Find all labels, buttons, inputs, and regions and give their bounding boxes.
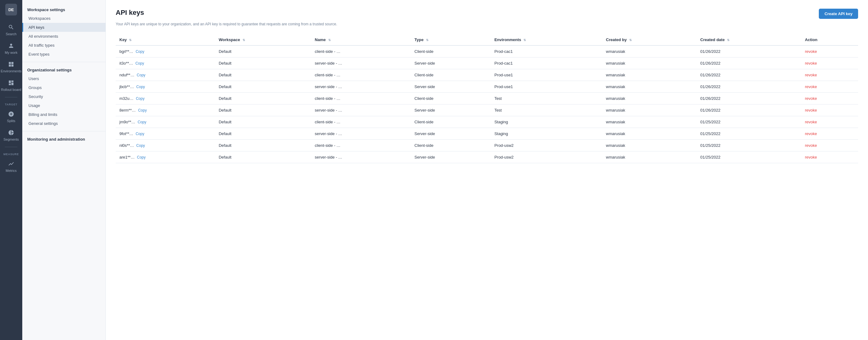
sort-icon-key[interactable]: ⇅: [129, 38, 131, 42]
table-row: jbcb**… Copy Default server-side - … Ser…: [116, 81, 858, 93]
table-body: bgrl**… Copy Default client-side - … Cli…: [116, 45, 858, 163]
sidebar-item-general-settings[interactable]: General settings: [22, 119, 105, 128]
cell-key-3: jbcb**… Copy: [116, 81, 215, 93]
copy-key-6[interactable]: Copy: [138, 120, 146, 124]
nav-label-search: Search: [6, 32, 17, 36]
cell-workspace-5: Default: [215, 104, 311, 116]
cell-key-6: jm9o**… Copy: [116, 116, 215, 128]
nav-item-my-work[interactable]: My work: [0, 39, 22, 58]
cell-created-by-2: wmarusiak: [602, 69, 696, 81]
table-row: bgrl**… Copy Default client-side - … Cli…: [116, 45, 858, 58]
cell-environments-4: Test: [491, 93, 602, 104]
sort-icon-created-date[interactable]: ⇅: [727, 38, 730, 42]
revoke-key-3[interactable]: revoke: [805, 84, 817, 89]
table-header: Key ⇅ Workspace ⇅ Name ⇅ Type ⇅ Environm…: [116, 34, 858, 45]
nav-item-splits[interactable]: Splits: [0, 107, 22, 126]
sort-icon-name[interactable]: ⇅: [328, 38, 331, 42]
cell-key-4: m32u… Copy: [116, 93, 215, 104]
cell-name-0: client-side - …: [311, 45, 411, 58]
col-header-environments: Environments ⇅: [491, 34, 602, 45]
copy-key-7[interactable]: Copy: [135, 132, 144, 136]
revoke-key-1[interactable]: revoke: [805, 61, 817, 66]
revoke-key-2[interactable]: revoke: [805, 73, 817, 77]
cell-name-5: server-side - …: [311, 104, 411, 116]
cell-environments-3: Prod-use1: [491, 81, 602, 93]
cell-created-date-0: 01/26/2022: [696, 45, 801, 58]
copy-key-0[interactable]: Copy: [135, 49, 144, 54]
nav-divider: [5, 97, 17, 97]
cell-type-4: Client-side: [411, 93, 491, 104]
avatar[interactable]: DE: [5, 4, 17, 15]
cell-key-8: nl0s**… Copy: [116, 140, 215, 151]
sidebar-item-workspaces[interactable]: Workspaces: [22, 14, 105, 23]
col-header-created-by: Created by ⇅: [602, 34, 696, 45]
cell-action-4: revoke: [801, 93, 858, 104]
copy-key-5[interactable]: Copy: [138, 108, 147, 112]
person-icon: [7, 42, 15, 49]
cell-type-7: Server-side: [411, 128, 491, 140]
copy-key-4[interactable]: Copy: [136, 96, 145, 101]
revoke-key-8[interactable]: revoke: [805, 143, 817, 148]
revoke-key-6[interactable]: revoke: [805, 120, 817, 124]
nav-divider-2: [5, 147, 17, 147]
sidebar-item-groups[interactable]: Groups: [22, 83, 105, 92]
sidebar-item-all-environments[interactable]: All environments: [22, 32, 105, 41]
sidebar-item-event-types[interactable]: Event types: [22, 50, 105, 59]
copy-key-8[interactable]: Copy: [136, 143, 145, 148]
grid-icon: [7, 61, 15, 68]
revoke-key-4[interactable]: revoke: [805, 96, 817, 101]
cell-created-date-9: 01/25/2022: [696, 151, 801, 163]
cell-created-date-2: 01/26/2022: [696, 69, 801, 81]
cell-created-by-1: wmarusiak: [602, 58, 696, 69]
cell-workspace-7: Default: [215, 128, 311, 140]
cell-key-2: nduf**… Copy: [116, 69, 215, 81]
sort-icon-environments[interactable]: ⇅: [523, 38, 526, 42]
cell-created-by-7: wmarusiak: [602, 128, 696, 140]
cell-key-7: 9fot**… Copy: [116, 128, 215, 140]
copy-key-3[interactable]: Copy: [136, 85, 145, 89]
measure-section-label: MEASURE: [3, 149, 19, 157]
sidebar-item-users[interactable]: Users: [22, 74, 105, 83]
cell-created-date-1: 01/26/2022: [696, 58, 801, 69]
sidebar-item-billing-and-limits[interactable]: Billing and limits: [22, 110, 105, 119]
nav-item-environments[interactable]: Environments: [0, 58, 22, 76]
cell-action-6: revoke: [801, 116, 858, 128]
cell-key-5: 8erm**… Copy: [116, 104, 215, 116]
revoke-key-9[interactable]: revoke: [805, 155, 817, 160]
nav-item-segments[interactable]: Segments: [0, 126, 22, 144]
create-api-key-button[interactable]: Create API key: [819, 9, 858, 19]
cell-created-by-6: wmarusiak: [602, 116, 696, 128]
nav-item-search[interactable]: Search: [0, 21, 22, 39]
cell-workspace-0: Default: [215, 45, 311, 58]
cell-type-6: Client-side: [411, 116, 491, 128]
sidebar-item-usage[interactable]: Usage: [22, 101, 105, 110]
cell-name-9: server-side - …: [311, 151, 411, 163]
copy-key-1[interactable]: Copy: [135, 61, 144, 66]
cell-type-3: Server-side: [411, 81, 491, 93]
sidebar-item-all-traffic-types[interactable]: All traffic types: [22, 41, 105, 50]
sidebar-item-api-keys[interactable]: API keys: [22, 23, 105, 32]
api-keys-table: Key ⇅ Workspace ⇅ Name ⇅ Type ⇅ Environm…: [116, 34, 858, 163]
nav-item-metrics[interactable]: Metrics: [0, 157, 22, 176]
copy-key-2[interactable]: Copy: [137, 73, 145, 77]
main-header: API keys Create API key: [116, 9, 858, 19]
nav-item-rollout-board[interactable]: Rollout board: [0, 76, 22, 95]
cell-created-date-4: 01/26/2022: [696, 93, 801, 104]
col-header-key: Key ⇅: [116, 34, 215, 45]
cell-action-7: revoke: [801, 128, 858, 140]
copy-key-9[interactable]: Copy: [137, 155, 146, 160]
sidebar-divider: [22, 62, 105, 62]
cell-name-1: server-side - …: [311, 58, 411, 69]
cell-action-0: revoke: [801, 45, 858, 58]
sidebar-item-security[interactable]: Security: [22, 92, 105, 101]
revoke-key-5[interactable]: revoke: [805, 108, 817, 112]
revoke-key-0[interactable]: revoke: [805, 49, 817, 54]
cell-type-2: Client-side: [411, 69, 491, 81]
sort-icon-type[interactable]: ⇅: [426, 38, 428, 42]
nav-label-rollout-board: Rollout board: [1, 88, 21, 92]
revoke-key-7[interactable]: revoke: [805, 131, 817, 136]
cell-type-5: Server-side: [411, 104, 491, 116]
sort-icon-workspace[interactable]: ⇅: [243, 38, 245, 42]
sort-icon-created-by[interactable]: ⇅: [629, 38, 632, 42]
sidebar-divider-2: [22, 131, 105, 131]
